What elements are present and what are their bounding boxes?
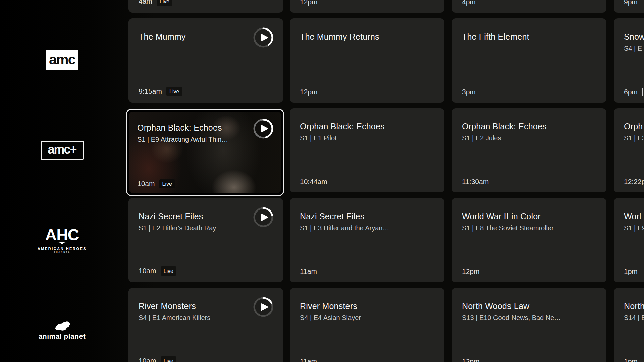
episode-subtitle: S1 | E9 — [624, 224, 644, 232]
channel-logo-animal-planet[interactable]: animal planet — [0, 320, 124, 340]
airtime-label: 10am — [137, 180, 155, 188]
card-footer: 9:15amLive — [139, 87, 182, 96]
channel-logo-amc-plus[interactable]: amc+ — [0, 141, 124, 160]
card-footer: 4amLive — [139, 0, 172, 6]
program-card[interactable]: NorthS14 | E1pm — [614, 288, 644, 362]
ahc-logo-rule — [45, 245, 79, 245]
program-card[interactable]: Orphan Black: EchoesS1 | E2 Jules11:30am — [452, 108, 606, 192]
airtime-label: 11:30am — [462, 178, 489, 186]
program-title: Orphan Black: Echoes — [137, 123, 254, 133]
airtime-label: 1pm — [624, 357, 638, 362]
live-guide-screen: amcamc+AHCAMERICAN HEROESCHANNELanimal p… — [0, 0, 644, 362]
live-badge: Live — [166, 87, 182, 96]
program-card[interactable]: Nazi Secret FilesS1 | E2 Hitler's Death … — [128, 198, 283, 282]
animal-planet-logo-text: animal planet — [39, 332, 86, 340]
progress-ring — [253, 118, 274, 139]
program-title: Orphan Black: Echoes — [300, 122, 416, 131]
episode-subtitle: S4 | E4 Asian Slayer — [300, 314, 416, 322]
live-badge: Live — [161, 356, 176, 362]
program-title: North Woods Law — [462, 301, 578, 311]
play-button[interactable] — [253, 297, 274, 317]
episode-subtitle: S1 | E8 The Soviet Steamroller — [462, 224, 578, 232]
amc-plus-logo-text: amc+ — [48, 143, 76, 157]
program-title: River Monsters — [300, 301, 416, 311]
timeslot-stub-card[interactable]: 9pm — [614, 0, 644, 13]
program-title: Worl — [624, 212, 644, 221]
card-footer: 10amLive — [139, 356, 176, 362]
animal-planet-elephant-icon — [53, 320, 71, 331]
clipped-badge-fragment — [642, 88, 643, 96]
progress-ring — [253, 207, 274, 228]
card-footer: 6pm — [624, 88, 643, 96]
airtime-label: 4pm — [462, 0, 476, 6]
card-footer: 9pm — [624, 0, 638, 6]
episode-subtitle: S1 | E2 Hitler's Death Ray — [139, 224, 254, 232]
program-card[interactable]: The Fifth Element3pm — [452, 18, 606, 103]
airtime-label: 1pm — [624, 267, 638, 276]
airtime-label: 10am — [139, 267, 156, 275]
airtime-label: 11am — [300, 357, 317, 362]
live-badge: Live — [159, 179, 175, 188]
program-card[interactable]: Orphan Black: EchoesS1 | E9 Attracting A… — [126, 109, 284, 196]
airtime-label: 3pm — [462, 88, 476, 96]
airtime-label: 9pm — [624, 0, 638, 6]
card-footer: 1pm — [624, 357, 638, 362]
card-footer: 10:44am — [300, 178, 327, 186]
program-title: North — [624, 301, 644, 311]
episode-subtitle: S1 | E3 — [624, 134, 644, 142]
card-footer: 12pm — [462, 267, 480, 276]
airtime-label: 12pm — [300, 88, 318, 96]
timeslot-stub-card[interactable]: 12pm — [290, 0, 444, 13]
program-title: The Fifth Element — [462, 32, 578, 42]
airtime-label: 9:15am — [139, 87, 162, 95]
amc-logo: amc — [46, 50, 78, 70]
progress-ring — [253, 297, 274, 317]
channel-logo-ahc[interactable]: AHCAMERICAN HEROESCHANNEL — [0, 227, 124, 253]
program-title: The Mummy Returns — [300, 32, 416, 42]
timeslot-stub-card[interactable]: 4amLive — [128, 0, 283, 13]
play-button[interactable] — [253, 207, 274, 228]
live-badge: Live — [157, 0, 172, 6]
program-card[interactable]: River MonstersS4 | E4 Asian Slayer11am — [290, 288, 444, 362]
timeslot-stub-card[interactable]: 4pm — [452, 0, 606, 13]
card-footer: 1pm — [624, 267, 638, 276]
airtime-label: 12pm — [462, 267, 480, 276]
card-footer: 12:22p — [624, 178, 644, 186]
card-footer: 11:30am — [462, 178, 489, 186]
program-title: Nazi Secret Files — [139, 212, 254, 221]
program-card[interactable]: River MonstersS4 | E1 American Killers10… — [128, 288, 283, 362]
program-title: Nazi Secret Files — [300, 212, 416, 221]
channel-logo-amc[interactable]: amc — [0, 50, 124, 70]
amc-logo-text: amc — [49, 53, 75, 68]
ahc-logo-chevron — [58, 242, 66, 244]
airtime-label: 10:44am — [300, 178, 327, 186]
play-button[interactable] — [253, 118, 274, 139]
airtime-label: 10am — [139, 357, 156, 362]
card-footer: 12pm — [462, 357, 480, 362]
program-card[interactable]: Nazi Secret FilesS1 | E3 Hitler and the … — [290, 198, 444, 282]
program-title: Orphan Black: Echoes — [462, 122, 578, 131]
card-footer: 11am — [300, 357, 317, 362]
live-badge: Live — [161, 266, 176, 276]
card-footer: 10amLive — [137, 179, 175, 188]
play-button[interactable] — [253, 27, 274, 48]
episode-subtitle: S1 | E1 Pilot — [300, 134, 416, 142]
program-card[interactable]: The Mummy Returns12pm — [290, 18, 444, 103]
card-footer: 12pm — [300, 88, 318, 96]
episode-subtitle: S4 | E1 American Killers — [139, 314, 254, 322]
program-card[interactable]: WorlS1 | E91pm — [614, 198, 644, 282]
program-card[interactable]: North Woods LawS13 | E10 Good News, Bad … — [452, 288, 606, 362]
program-card[interactable]: OrphS1 | E312:22p — [614, 108, 644, 192]
card-footer: 3pm — [462, 88, 476, 96]
episode-subtitle: S13 | E10 Good News, Bad Ne… — [462, 314, 578, 322]
airtime-label: 12:22p — [624, 178, 644, 186]
card-footer: 4pm — [462, 0, 476, 6]
episode-subtitle: S14 | E — [624, 314, 644, 322]
airtime-label: 12pm — [300, 0, 318, 6]
program-card[interactable]: Orphan Black: EchoesS1 | E1 Pilot10:44am — [290, 108, 444, 192]
card-footer: 11am — [300, 267, 317, 276]
program-card[interactable]: World War II in ColorS1 | E8 The Soviet … — [452, 198, 606, 282]
program-card[interactable]: The Mummy9:15amLive — [128, 18, 283, 103]
program-card[interactable]: SnowS4 | E6pm — [614, 18, 644, 103]
airtime-label: 4am — [139, 0, 152, 5]
